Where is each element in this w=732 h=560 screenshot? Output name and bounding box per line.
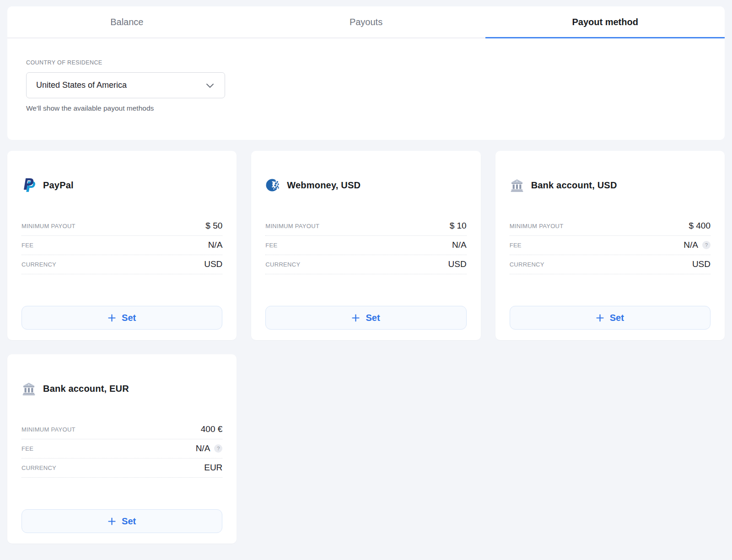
paypal-icon (22, 178, 35, 193)
card-details: MINIMUM PAYOUT $ 50 FEE N/A CURRENCY USD (22, 217, 222, 274)
currency-label: CURRENCY (510, 261, 544, 268)
card-details: MINIMUM PAYOUT 400 € FEE N/A ? CURRENCY … (22, 420, 222, 478)
currency-label: CURRENCY (265, 261, 300, 268)
fee-label: FEE (22, 445, 33, 452)
minimum-payout-row: MINIMUM PAYOUT $ 10 (265, 217, 466, 236)
minimum-payout-label: MINIMUM PAYOUT (265, 223, 319, 229)
fee-value: N/A (196, 443, 210, 453)
set-button-label: Set (122, 516, 136, 527)
card-header: Webmoney, USD (265, 177, 466, 193)
plus-icon (108, 314, 116, 322)
set-button[interactable]: Set (265, 306, 466, 330)
currency-value: USD (448, 259, 467, 269)
minimum-payout-value: $ 50 (205, 221, 222, 231)
minimum-payout-label: MINIMUM PAYOUT (510, 223, 564, 229)
payout-method-card: Webmoney, USD MINIMUM PAYOUT $ 10 FEE N/… (251, 151, 480, 340)
fee-row: FEE N/A ? (510, 236, 710, 255)
card-title: PayPal (43, 180, 74, 191)
card-details: MINIMUM PAYOUT $ 400 FEE N/A ? CURRENCY … (510, 217, 710, 274)
country-helper-text: We'll show the available payout methods (26, 104, 706, 112)
card-header: Bank account, USD (510, 177, 710, 193)
card-details: MINIMUM PAYOUT $ 10 FEE N/A CURRENCY USD (265, 217, 466, 274)
tab-bar: Balance Payouts Payout method (7, 6, 725, 38)
set-button[interactable]: Set (510, 306, 710, 330)
fee-label: FEE (510, 242, 522, 249)
chevron-down-icon (206, 80, 214, 90)
set-button[interactable]: Set (22, 306, 222, 330)
card-header: PayPal (22, 177, 222, 193)
payout-cards-grid: PayPal MINIMUM PAYOUT $ 50 FEE N/A CURRE… (7, 151, 725, 544)
country-select[interactable]: United States of America (26, 72, 225, 98)
payout-method-card: PayPal MINIMUM PAYOUT $ 50 FEE N/A CURRE… (7, 151, 237, 340)
minimum-payout-row: MINIMUM PAYOUT $ 50 (22, 217, 222, 236)
currency-value: EUR (204, 463, 222, 473)
country-form: COUNTRY OF RESIDENCE United States of Am… (7, 38, 725, 140)
payout-method-card: Bank account, EUR MINIMUM PAYOUT 400 € F… (7, 354, 237, 544)
bank-icon (22, 382, 36, 395)
tab-payout-method[interactable]: Payout method (485, 6, 725, 37)
country-select-value: United States of America (36, 80, 127, 90)
fee-row: FEE N/A (265, 236, 466, 255)
currency-row: CURRENCY USD (22, 255, 222, 274)
card-title: Webmoney, USD (287, 180, 361, 191)
currency-value: USD (692, 259, 710, 269)
fee-value: N/A (452, 240, 467, 250)
payout-method-card: Bank account, USD MINIMUM PAYOUT $ 400 F… (495, 151, 725, 340)
minimum-payout-value: $ 400 (689, 221, 710, 231)
fee-value: N/A (208, 240, 223, 250)
tab-payouts[interactable]: Payouts (247, 6, 486, 37)
country-of-residence-label: COUNTRY OF RESIDENCE (26, 59, 706, 66)
minimum-payout-value: 400 € (201, 424, 223, 434)
currency-label: CURRENCY (22, 261, 56, 268)
currency-row: CURRENCY USD (510, 255, 710, 274)
payout-settings-page: { "tabs": { "items": [ { "label": "Balan… (0, 0, 732, 560)
currency-label: CURRENCY (22, 464, 56, 471)
minimum-payout-label: MINIMUM PAYOUT (22, 426, 75, 433)
set-button[interactable]: Set (22, 509, 222, 533)
minimum-payout-row: MINIMUM PAYOUT 400 € (22, 420, 222, 439)
fee-row: FEE N/A (22, 236, 222, 255)
currency-row: CURRENCY USD (265, 255, 466, 274)
plus-icon (596, 314, 604, 322)
bank-icon (510, 178, 524, 192)
minimum-payout-row: MINIMUM PAYOUT $ 400 (510, 217, 710, 236)
settings-panel: Balance Payouts Payout method COUNTRY OF… (7, 6, 725, 140)
fee-label: FEE (22, 242, 33, 249)
card-title: Bank account, USD (531, 180, 617, 191)
fee-value: N/A (684, 240, 698, 250)
fee-label: FEE (265, 242, 277, 249)
set-button-label: Set (122, 313, 136, 323)
tab-balance[interactable]: Balance (7, 6, 247, 37)
minimum-payout-value: $ 10 (450, 221, 467, 231)
card-title: Bank account, EUR (43, 384, 129, 394)
question-mark-icon[interactable]: ? (214, 444, 222, 453)
card-header: Bank account, EUR (22, 381, 222, 396)
fee-row: FEE N/A ? (22, 439, 222, 459)
webmoney-icon (265, 178, 280, 192)
minimum-payout-label: MINIMUM PAYOUT (22, 223, 75, 229)
currency-value: USD (204, 259, 222, 269)
plus-icon (108, 517, 116, 525)
set-button-label: Set (366, 313, 380, 323)
question-mark-icon[interactable]: ? (702, 241, 710, 249)
plus-icon (352, 314, 360, 322)
currency-row: CURRENCY EUR (22, 459, 222, 478)
set-button-label: Set (610, 313, 624, 323)
